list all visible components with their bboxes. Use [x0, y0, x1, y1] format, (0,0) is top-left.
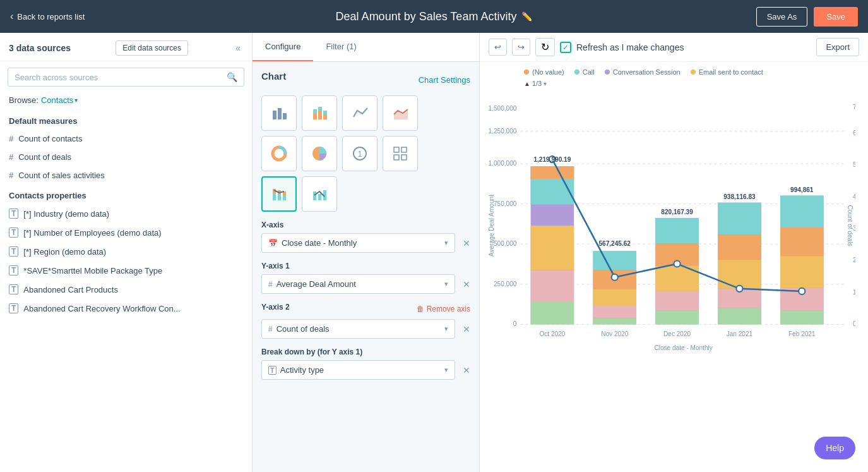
x-axis-label: X-axis	[261, 221, 470, 229]
chart-type-combo2[interactable]	[302, 176, 337, 212]
y-axis-2-dropdown[interactable]: # Count of deals ▾	[261, 319, 455, 339]
chevron-down-icon: ▾	[74, 97, 78, 104]
search-box: 🔍	[8, 68, 244, 87]
legend-dot-conversation	[605, 70, 610, 75]
bar-jan-2021-call	[718, 203, 761, 234]
bar-feb-2021-call	[780, 196, 824, 227]
line-dot-dec	[674, 260, 681, 267]
y-axis-2-section: Y-axis 2 🗑 Remove axis # Count of deals …	[261, 303, 470, 339]
undo-button[interactable]: ↩	[489, 39, 507, 56]
bar-nov-2020-other	[593, 305, 636, 318]
nav-actions: Save As Save	[756, 7, 858, 27]
y-axis-1-clear-button[interactable]: ✕	[463, 279, 470, 289]
measure-label: Count of deals	[18, 152, 71, 162]
refresh-button[interactable]: ↻	[535, 38, 555, 56]
hash-icon: #	[268, 280, 273, 289]
x-axis-clear-button[interactable]: ✕	[463, 238, 470, 248]
search-input[interactable]	[15, 73, 223, 82]
x-axis-section: X-axis 📅 Close date - Monthly ▾ ✕	[261, 221, 470, 253]
measure-label: Count of contacts	[18, 134, 82, 143]
type-icon: T	[9, 284, 18, 294]
chart-type-line[interactable]	[342, 95, 378, 131]
chart-type-combo-bar-line[interactable]	[261, 176, 297, 212]
bar-nov-2020-call	[593, 251, 636, 270]
tab-configure[interactable]: Configure	[253, 33, 313, 61]
property-label: [*] Industry (demo data)	[23, 209, 109, 219]
chart-type-bar[interactable]	[261, 95, 297, 131]
svg-text:500,000: 500,000	[494, 240, 517, 247]
breakdown-dropdown[interactable]: T Activity type ▾	[261, 360, 455, 380]
export-button[interactable]: Export	[816, 38, 859, 56]
chart-type-pie[interactable]	[302, 136, 337, 171]
svg-rect-22	[283, 195, 286, 200]
property-item[interactable]: T [*] Number of Employees (demo data)	[0, 223, 252, 242]
x-label-dec: Dec 2020	[663, 331, 691, 338]
tab-bar: Configure Filter (1)	[253, 33, 479, 62]
edit-title-icon[interactable]: ✏️	[521, 11, 532, 21]
bar-value-oct: 1,219,990.19	[533, 156, 571, 163]
left-header: 3 data sources Edit data sources «	[0, 33, 252, 61]
collapse-panel-button[interactable]: «	[233, 40, 243, 56]
svg-text:500: 500	[853, 161, 855, 168]
chart-type-grid[interactable]	[383, 136, 418, 171]
chart-type-donut[interactable]	[261, 136, 297, 171]
edit-data-sources-button[interactable]: Edit data sources	[116, 40, 188, 56]
x-label-oct: Oct 2020	[539, 331, 565, 338]
legend-item-no-value: (No value)	[524, 68, 564, 76]
property-item[interactable]: T Abandoned Cart Products	[0, 280, 252, 299]
bar-oct-2020-other2	[531, 302, 574, 324]
chevron-down-icon: ▾	[444, 239, 448, 247]
x-axis-dropdown[interactable]: 📅 Close date - Monthly ▾	[261, 233, 455, 253]
center-content: Chart Chart Settings	[253, 62, 479, 397]
chart-type-number[interactable]: 1	[342, 136, 378, 171]
bar-oct-2020-other	[531, 270, 574, 302]
legend-label-call: Call	[583, 68, 595, 76]
chart-type-area[interactable]	[383, 95, 418, 131]
property-item[interactable]: T *SAVE*Smarttel Mobile Package Type	[0, 261, 252, 280]
save-button[interactable]: Save	[814, 7, 858, 27]
property-label: [*] Region (demo data)	[23, 247, 106, 257]
redo-button[interactable]: ↪	[512, 39, 530, 56]
browse-label: Browse:	[9, 95, 39, 105]
y-axis-1-section: Y-axis 1 # Average Deal Amount ▾ ✕	[261, 262, 470, 294]
svg-text:0: 0	[513, 320, 517, 327]
measure-item[interactable]: # Count of deals	[0, 148, 252, 166]
measure-item[interactable]: # Count of sales activities	[0, 166, 252, 185]
svg-text:Average Deal Amount: Average Deal Amount	[488, 195, 495, 257]
breakdown-clear-button[interactable]: ✕	[463, 365, 470, 375]
tab-filter[interactable]: Filter (1)	[313, 33, 369, 61]
back-button[interactable]: ‹ Back to reports list	[10, 11, 85, 22]
property-item[interactable]: T Abandoned Cart Recovery Workflow Con..…	[0, 299, 252, 318]
y-axis-1-dropdown[interactable]: # Average Deal Amount ▾	[261, 274, 455, 294]
save-as-button[interactable]: Save As	[756, 7, 808, 27]
data-sources-count: 3 data sources	[9, 43, 71, 53]
refresh-checkbox[interactable]: ✓	[560, 42, 571, 53]
chart-type-stacked-bar[interactable]	[302, 95, 337, 131]
svg-rect-18	[273, 193, 276, 200]
measure-item[interactable]: # Count of contacts	[0, 130, 252, 148]
property-item[interactable]: T [*] Region (demo data)	[0, 242, 252, 261]
type-icon: T	[9, 209, 18, 219]
properties-list: T [*] Industry (demo data) T [*] Number …	[0, 204, 252, 318]
y-axis-2-clear-button[interactable]: ✕	[463, 324, 470, 334]
property-label: *SAVE*Smarttel Mobile Package Type	[23, 266, 162, 275]
bar-value-nov: 567,245.62	[599, 240, 631, 247]
chart-section-header: Chart Chart Settings	[261, 71, 470, 89]
type-icon: T	[9, 227, 18, 238]
svg-text:200: 200	[853, 257, 855, 264]
breakdown-label: Break down by (for Y axis 1)	[261, 348, 470, 356]
calendar-icon: 📅	[268, 239, 278, 248]
browse-contacts-dropdown[interactable]: Contacts ▾	[41, 95, 78, 105]
legend-label-conversation: Conversation Session	[613, 68, 681, 76]
measure-label: Count of sales activities	[18, 171, 105, 180]
remove-axis-button[interactable]: 🗑 Remove axis	[417, 305, 470, 313]
line-dot-nov	[612, 274, 618, 281]
property-item[interactable]: T [*] Industry (demo data)	[0, 204, 252, 223]
x-label-jan: Jan 2021	[727, 331, 753, 338]
type-icon: T	[9, 303, 18, 313]
chart-settings-link[interactable]: Chart Settings	[419, 75, 470, 85]
line-dot-jan	[736, 286, 742, 292]
bar-value-feb: 994,861	[790, 186, 814, 193]
y-axis-2-label: Y-axis 2	[261, 303, 290, 312]
help-button[interactable]: Help	[814, 437, 855, 459]
